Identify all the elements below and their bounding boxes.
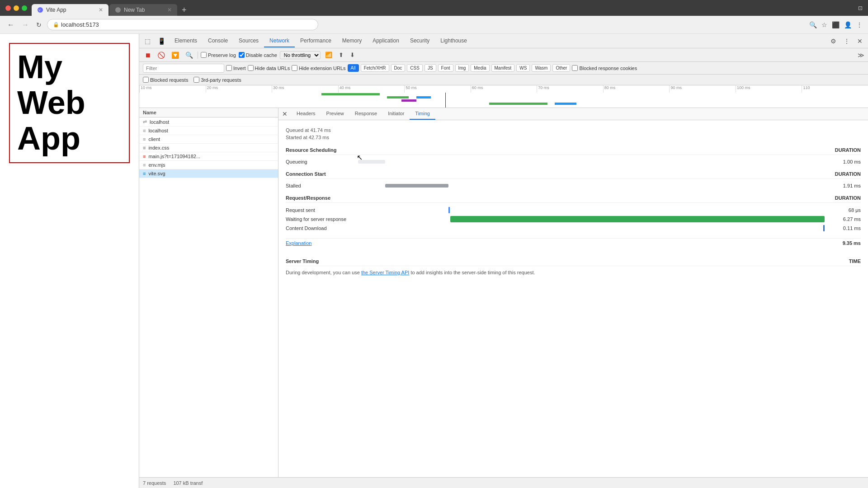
devtools-device-icon[interactable]: 📱 xyxy=(154,36,169,47)
detail-tab-preview[interactable]: Preview xyxy=(321,108,349,120)
reload-button[interactable]: ↻ xyxy=(34,19,43,30)
preserve-log-checkbox[interactable] xyxy=(201,52,207,58)
tab-security[interactable]: Security xyxy=(405,35,435,47)
third-party-checkbox[interactable] xyxy=(193,77,199,83)
search-button[interactable]: 🔍 xyxy=(184,51,195,60)
devtools-tabs-bar: ⬚ 📱 Elements Console Sources Network Per… xyxy=(139,34,868,48)
filter-ws-button[interactable]: WS xyxy=(516,64,530,72)
hide-data-urls-text: Hide data URLs xyxy=(255,66,290,71)
file-list-header: Name xyxy=(139,108,278,117)
detail-tab-initiator[interactable]: Initiator xyxy=(382,108,410,120)
status-bar: 7 requests 107 kB transf xyxy=(139,477,868,488)
explanation-link[interactable]: Explanation xyxy=(286,240,312,246)
server-timing-api-link[interactable]: the Server Timing API xyxy=(361,270,409,275)
blocked-response-label[interactable]: Blocked response cookies xyxy=(572,65,637,71)
maximize-traffic-light[interactable] xyxy=(22,5,27,11)
filter-other-button[interactable]: Other xyxy=(552,64,570,72)
timeline-mark-40: 40 ms xyxy=(338,85,405,93)
list-item[interactable]: ≡ localhost xyxy=(139,127,278,135)
detail-close-button[interactable]: ✕ xyxy=(278,108,291,119)
blocked-requests-label[interactable]: Blocked requests xyxy=(143,77,188,83)
clear-button[interactable]: 🚫 xyxy=(156,51,167,60)
wifi-icon-button[interactable]: 📶 xyxy=(323,51,334,59)
profile-icon[interactable]: 👤 xyxy=(844,21,852,28)
detail-tab-headers[interactable]: Headers xyxy=(291,108,321,120)
filter-media-button[interactable]: Media xyxy=(471,64,489,72)
detail-tab-response[interactable]: Response xyxy=(349,108,383,120)
file-name: client xyxy=(148,136,160,142)
tab-application[interactable]: Application xyxy=(367,35,405,47)
network-body: Name ⇌ localhost ≡ localhost ≡ client xyxy=(139,108,868,477)
filter-fetch-xhr-button[interactable]: Fetch/XHR xyxy=(361,64,389,72)
minimize-traffic-light[interactable] xyxy=(14,5,19,11)
tab-network[interactable]: Network xyxy=(264,35,295,47)
third-party-label[interactable]: 3rd-party requests xyxy=(193,77,241,83)
blocked-requests-checkbox[interactable] xyxy=(143,77,149,83)
tab-new-tab[interactable]: New Tab ✕ xyxy=(109,4,177,16)
hide-ext-urls-label[interactable]: Hide extension URLs xyxy=(292,65,345,71)
close-traffic-light[interactable] xyxy=(5,5,11,11)
invert-label[interactable]: Invert xyxy=(226,65,246,71)
devtools-more-icon[interactable]: ⋮ xyxy=(840,36,854,47)
file-name: localhost xyxy=(150,119,169,125)
filter-toggle-button[interactable]: 🔽 xyxy=(170,51,181,60)
tab-elements[interactable]: Elements xyxy=(169,35,203,47)
file-mjs-icon: ≡ xyxy=(143,162,146,168)
filter-manifest-button[interactable]: Manifest xyxy=(491,64,515,72)
back-button[interactable]: ← xyxy=(5,19,16,31)
devtools-settings-icon[interactable]: ⚙ xyxy=(827,36,840,47)
blocked-response-checkbox[interactable] xyxy=(572,65,578,71)
download-icon-button[interactable]: ⬇ xyxy=(348,51,357,59)
tab-lighthouse[interactable]: Lighthouse xyxy=(435,35,472,47)
browser-chrome: V Vite App ✕ New Tab ✕ + ⊡ xyxy=(0,0,868,16)
forward-button[interactable]: → xyxy=(20,19,31,31)
disable-cache-checkbox[interactable] xyxy=(239,52,245,58)
preserve-log-label[interactable]: Preserve log xyxy=(201,52,236,58)
disable-cache-label[interactable]: Disable cache xyxy=(239,52,277,58)
svg-point-2 xyxy=(115,7,121,13)
devtools-close-icon[interactable]: ✕ xyxy=(854,36,866,47)
invert-checkbox[interactable] xyxy=(226,65,232,71)
filter-img-button[interactable]: Img xyxy=(455,64,469,72)
tab-memory[interactable]: Memory xyxy=(337,35,367,47)
hide-data-urls-label[interactable]: Hide data URLs xyxy=(248,65,290,71)
menu-icon[interactable]: ⋮ xyxy=(856,21,863,28)
url-input[interactable] xyxy=(61,21,312,28)
hide-data-urls-checkbox[interactable] xyxy=(248,65,254,71)
tab-console[interactable]: Console xyxy=(203,35,233,47)
filter-doc-button[interactable]: Doc xyxy=(391,64,406,72)
list-item[interactable]: ≡ client xyxy=(139,135,278,144)
tab-close-btn[interactable]: ✕ xyxy=(99,7,103,13)
list-item[interactable]: ≡ index.css xyxy=(139,144,278,152)
request-response-title: Request/Response xyxy=(286,195,330,201)
filter-wasm-button[interactable]: Wasm xyxy=(532,64,551,72)
record-stop-button[interactable]: ⏹ xyxy=(143,51,153,60)
address-bar: ← → ↻ 🔒 🔍 ☆ ⬛ 👤 ⋮ xyxy=(0,16,868,34)
queued-at: Queued at 41.74 ms xyxy=(286,127,861,133)
upload-icon-button[interactable]: ⬆ xyxy=(337,51,345,59)
bookmark-icon[interactable]: ☆ xyxy=(821,21,827,28)
request-sent-duration: 68 μs xyxy=(825,207,861,213)
filter-font-button[interactable]: Font xyxy=(438,64,453,72)
detail-tab-timing[interactable]: Timing xyxy=(410,108,435,120)
new-tab-button[interactable]: + xyxy=(178,4,190,16)
filter-js-button[interactable]: JS xyxy=(425,64,436,72)
devtools-inspector-icon[interactable]: ⬚ xyxy=(141,36,154,47)
tab-sources[interactable]: Sources xyxy=(233,35,264,47)
tab-close-btn2[interactable]: ✕ xyxy=(167,7,172,13)
hide-ext-urls-checkbox[interactable] xyxy=(292,65,297,71)
filter-css-button[interactable]: CSS xyxy=(407,64,423,72)
tab-vite-app[interactable]: V Vite App ✕ xyxy=(32,4,108,16)
expand-icon[interactable]: ≫ xyxy=(858,52,864,59)
list-item[interactable]: ≡ env.mjs xyxy=(139,161,278,169)
filter-input[interactable] xyxy=(143,64,224,73)
server-timing-time-label: TIME xyxy=(849,258,861,264)
resource-scheduling-section: Resource Scheduling DURATION Queueing 1.… xyxy=(286,147,861,166)
list-item-selected[interactable]: ≡ vite.svg xyxy=(139,169,278,178)
tab-performance[interactable]: Performance xyxy=(295,35,337,47)
list-item[interactable]: ≡ main.js?t=171094182... xyxy=(139,152,278,161)
filter-all-button[interactable]: All xyxy=(348,64,359,72)
list-item[interactable]: ⇌ localhost xyxy=(139,117,278,127)
extensions-icon[interactable]: ⬛ xyxy=(832,21,840,28)
throttle-select[interactable]: No throttling xyxy=(280,51,321,59)
